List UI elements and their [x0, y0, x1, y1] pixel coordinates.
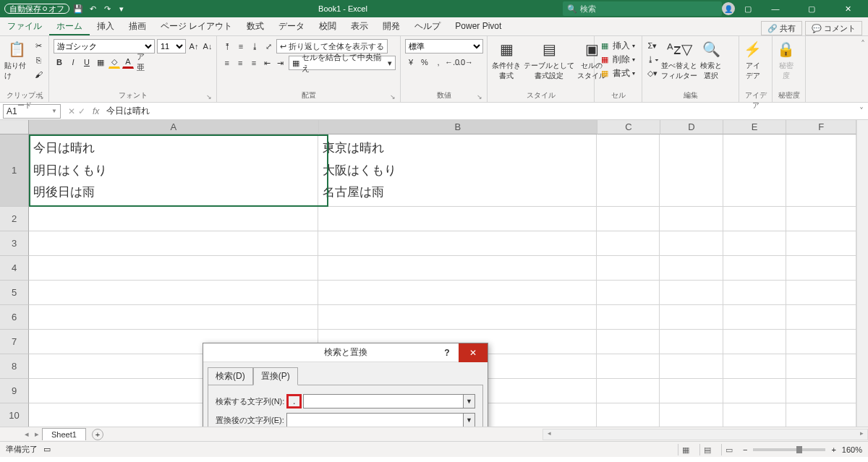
wrap-text-button[interactable]: ↩折り返して全体を表示する: [276, 39, 388, 54]
cell[interactable]: 今日は晴れ 明日はくもり 明後日は雨: [29, 134, 318, 207]
cell[interactable]: [786, 231, 856, 256]
cell[interactable]: [660, 134, 723, 207]
cell[interactable]: [660, 256, 723, 281]
indent-increase-icon[interactable]: ⇥: [275, 56, 286, 69]
cell[interactable]: [597, 403, 660, 427]
cell[interactable]: [318, 231, 597, 256]
find-what-input[interactable]: ▼: [303, 394, 475, 408]
ideas-button[interactable]: ⚡アイ デア: [744, 39, 762, 81]
tab-powerpivot[interactable]: Power Pivot: [448, 17, 509, 35]
cell[interactable]: [723, 256, 786, 281]
cell[interactable]: [723, 305, 786, 330]
tab-page-layout[interactable]: ページ レイアウト: [153, 17, 239, 35]
page-break-view-icon[interactable]: ▭: [721, 444, 737, 455]
orientation-icon[interactable]: ⤢: [263, 40, 274, 53]
cell[interactable]: [786, 305, 856, 330]
share-button[interactable]: 🔗 共有: [761, 21, 802, 35]
cell[interactable]: [318, 207, 597, 231]
currency-icon[interactable]: ¥: [405, 56, 417, 69]
cell[interactable]: [318, 256, 597, 281]
align-middle-icon[interactable]: ≡: [235, 40, 247, 53]
tab-home[interactable]: ホーム: [49, 17, 90, 35]
column-header[interactable]: C: [597, 120, 660, 134]
zoom-level[interactable]: 160%: [842, 445, 862, 454]
format-cells-button[interactable]: ▦書式▾: [599, 67, 635, 80]
enter-entry-icon[interactable]: ✓: [78, 106, 85, 116]
align-top-icon[interactable]: ⭱: [221, 40, 233, 53]
row-header[interactable]: 6: [0, 305, 29, 330]
chevron-down-icon[interactable]: ▼: [463, 414, 475, 427]
column-header[interactable]: A: [29, 120, 319, 134]
cell[interactable]: [723, 281, 786, 305]
align-right-icon[interactable]: ≡: [248, 56, 260, 69]
conditional-format-button[interactable]: ▦条件付き 書式: [492, 39, 521, 81]
cell[interactable]: [786, 354, 856, 379]
maximize-button[interactable]: ▢: [797, 4, 826, 14]
dialog-tab-find[interactable]: 検索(D): [208, 367, 253, 385]
decrease-font-icon[interactable]: A↓: [202, 40, 213, 53]
page-layout-view-icon[interactable]: ▤: [699, 444, 715, 455]
font-size-select[interactable]: 11: [157, 39, 186, 54]
cell[interactable]: [786, 379, 856, 403]
cell[interactable]: [318, 305, 597, 330]
indent-decrease-icon[interactable]: ⇤: [262, 56, 273, 69]
minimize-button[interactable]: —: [761, 4, 790, 13]
name-box[interactable]: A1▼: [3, 104, 61, 119]
horizontal-scrollbar[interactable]: ◂▸: [542, 429, 868, 440]
delete-cells-button[interactable]: ▦削除▾: [599, 53, 635, 66]
cell[interactable]: [723, 330, 786, 354]
tab-view[interactable]: 表示: [344, 17, 375, 35]
tab-file[interactable]: ファイル: [0, 17, 49, 35]
cell[interactable]: [786, 134, 856, 207]
tab-formulas[interactable]: 数式: [239, 17, 271, 35]
clear-icon[interactable]: ◇▾: [647, 67, 658, 80]
paste-button[interactable]: 📋 貼り付け: [4, 39, 30, 81]
fx-icon[interactable]: fx: [93, 106, 103, 116]
row-header[interactable]: 7: [0, 330, 29, 354]
cell[interactable]: [723, 231, 786, 256]
cell[interactable]: [660, 330, 723, 354]
search-box[interactable]: 🔍 検索: [563, 1, 722, 16]
row-header[interactable]: 4: [0, 256, 29, 281]
cell[interactable]: [597, 379, 660, 403]
align-launcher[interactable]: ↘: [390, 93, 396, 100]
cut-icon[interactable]: ✂: [33, 39, 44, 52]
add-sheet-button[interactable]: +: [92, 429, 103, 440]
cell[interactable]: [29, 256, 318, 281]
column-header[interactable]: F: [786, 120, 856, 134]
cell[interactable]: [597, 256, 660, 281]
cell[interactable]: [597, 281, 660, 305]
sensitivity-button[interactable]: 🔒秘密 度: [777, 39, 795, 81]
account-avatar[interactable]: 👤: [722, 2, 735, 15]
align-left-icon[interactable]: ≡: [221, 56, 233, 69]
row-header[interactable]: 2: [0, 207, 29, 231]
cell[interactable]: [786, 256, 856, 281]
row-header[interactable]: 3: [0, 231, 29, 256]
bold-button[interactable]: B: [54, 56, 65, 69]
tab-developer[interactable]: 開発: [375, 17, 407, 35]
cell[interactable]: [660, 305, 723, 330]
comments-button[interactable]: 💬 コメント: [805, 21, 862, 35]
dialog-close-button[interactable]: ✕: [459, 343, 488, 362]
cell[interactable]: [597, 305, 660, 330]
expand-formula-icon[interactable]: ˅: [855, 106, 868, 116]
column-header[interactable]: E: [723, 120, 786, 134]
find-select-button[interactable]: 🔍検索と 選択: [700, 39, 722, 81]
tab-insert[interactable]: 挿入: [90, 17, 122, 35]
tab-review[interactable]: 校閲: [312, 17, 344, 35]
cell[interactable]: [660, 207, 723, 231]
chevron-down-icon[interactable]: ▼: [463, 395, 475, 408]
underline-button[interactable]: U: [81, 56, 93, 69]
cell[interactable]: [29, 281, 318, 305]
replace-with-input[interactable]: ▼: [286, 413, 475, 427]
cell[interactable]: 東京は晴れ 大阪はくもり 名古屋は雨: [318, 134, 597, 207]
sheet-nav-next-icon[interactable]: ▸: [32, 429, 42, 439]
cell[interactable]: [723, 207, 786, 231]
zoom-in-icon[interactable]: +: [831, 445, 835, 454]
autosave-toggle[interactable]: 自動保存 オフ: [4, 4, 69, 14]
cell[interactable]: [786, 281, 856, 305]
normal-view-icon[interactable]: ▦: [678, 444, 694, 455]
tab-draw[interactable]: 描画: [122, 17, 153, 35]
copy-icon[interactable]: ⎘: [33, 54, 44, 67]
close-window-button[interactable]: ✕: [833, 4, 862, 14]
